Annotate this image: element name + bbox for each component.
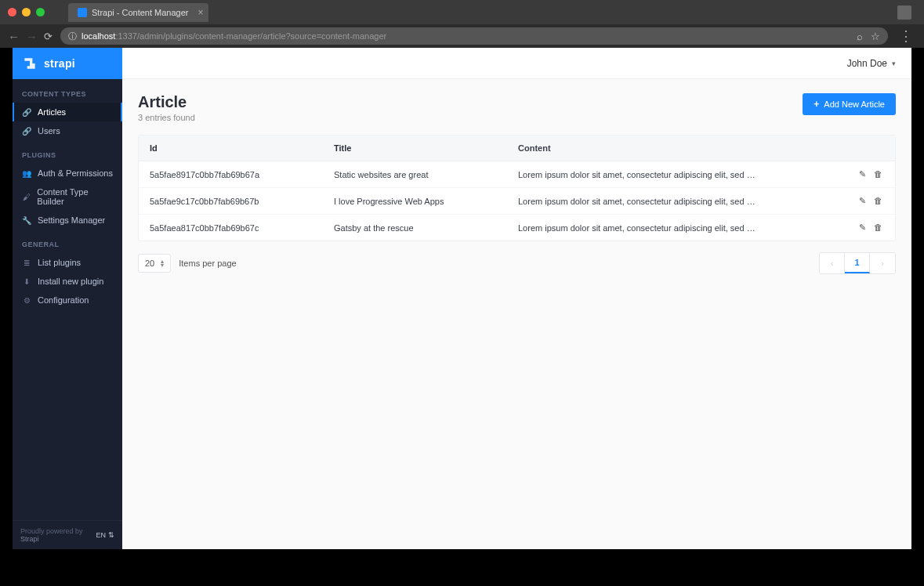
tab-title: Strapi - Content Manager: [92, 8, 189, 17]
cell-title: Static websites are great: [323, 162, 507, 187]
browser-chrome: Strapi - Content Manager × ← → ⟳ ⓘ local…: [0, 0, 924, 48]
browser-titlebar: Strapi - Content Manager ×: [0, 0, 924, 24]
caret-down-icon: ▾: [892, 60, 896, 67]
column-header-id[interactable]: Id: [139, 136, 323, 161]
browser-tab[interactable]: Strapi - Content Manager ×: [68, 3, 208, 22]
page-header: Article 3 entries found + Add New Articl…: [138, 93, 896, 122]
sidebar-item-label: Articles: [38, 107, 66, 117]
table-footer: 20 ▴▾ Items per page ‹ 1 ›: [138, 252, 896, 274]
sidebar-item-label: Configuration: [38, 295, 89, 305]
window-minimize-button[interactable]: [22, 8, 31, 16]
link-icon: 🔗: [22, 126, 31, 136]
delete-icon[interactable]: 🗑: [874, 222, 882, 233]
user-menu[interactable]: John Doe ▾: [847, 58, 896, 69]
browser-toolbar: ← → ⟳ ⓘ localhost:1337/admin/plugins/con…: [0, 24, 924, 48]
nav-forward-button[interactable]: →: [26, 30, 38, 43]
nav-back-button[interactable]: ←: [8, 30, 20, 43]
table-row[interactable]: 5a5fae9c17c0bb7fab69b67b I love Progress…: [139, 188, 895, 215]
logo-bar[interactable]: strapi: [13, 48, 122, 79]
sidebar-item-label: Auth & Permissions: [38, 168, 113, 178]
edit-icon[interactable]: ✎: [859, 196, 866, 206]
articles-table: Id Title Content 5a5fae8917c0bb7fab69b67…: [138, 135, 896, 241]
tab-close-icon[interactable]: ×: [198, 7, 204, 18]
main-area: John Doe ▾ Article 3 entries found + Add…: [122, 48, 911, 549]
sidebar-item-settings-manager[interactable]: 🔧 Settings Manager: [13, 211, 122, 230]
sidebar-item-label: List plugins: [38, 258, 81, 267]
users-icon: 👥: [22, 168, 31, 178]
edit-icon[interactable]: ✎: [859, 169, 866, 179]
sort-icon: ⇅: [108, 531, 114, 539]
sidebar: strapi Content Types 🔗 Articles 🔗 Users …: [13, 48, 122, 549]
cell-title: I love Progressive Web Apps: [323, 189, 507, 214]
pagination-page-1[interactable]: 1: [845, 253, 870, 273]
items-per-page-select[interactable]: 20 ▴▾: [138, 254, 171, 273]
browser-profile-icon[interactable]: [897, 5, 911, 20]
cell-id: 5a5fae8917c0bb7fab69b67a: [139, 162, 323, 187]
site-info-icon[interactable]: ⓘ: [68, 31, 77, 42]
sidebar-item-configuration[interactable]: ⚙ Configuration: [13, 291, 122, 309]
sidebar-item-label: Users: [38, 126, 60, 136]
page-title: Article: [138, 93, 195, 111]
strapi-logo-icon: [22, 56, 38, 71]
table-row[interactable]: 5a5faea817c0bb7fab69b67c Gatsby at the r…: [139, 215, 895, 241]
sidebar-item-list-plugins[interactable]: ≣ List plugins: [13, 253, 122, 272]
table-row[interactable]: 5a5fae8917c0bb7fab69b67a Static websites…: [139, 161, 895, 188]
sidebar-item-articles[interactable]: 🔗 Articles: [13, 103, 122, 121]
browser-menu-icon[interactable]: ⋮: [896, 27, 916, 45]
chevron-left-icon: ‹: [831, 259, 834, 268]
sidebar-item-install-plugin[interactable]: ⬇ Install new plugin: [13, 272, 122, 291]
sidebar-item-label: Settings Manager: [38, 215, 105, 225]
pagination: ‹ 1 ›: [819, 252, 896, 274]
sidebar-item-label: Content Type Builder: [37, 187, 113, 206]
chevron-right-icon: ›: [881, 259, 884, 268]
delete-icon[interactable]: 🗑: [874, 196, 882, 206]
sidebar-section-content-types: Content Types: [13, 79, 122, 103]
logo-text: strapi: [44, 57, 75, 70]
brush-icon: 🖌: [22, 192, 31, 201]
page-subtitle: 3 entries found: [138, 113, 195, 122]
address-bar[interactable]: ⓘ localhost:1337/admin/plugins/content-m…: [60, 27, 888, 45]
table-header: Id Title Content: [139, 136, 895, 161]
user-name: John Doe: [847, 58, 887, 69]
pagination-prev-button[interactable]: ‹: [820, 253, 845, 273]
nav-reload-button[interactable]: ⟳: [44, 31, 53, 42]
sidebar-item-users[interactable]: 🔗 Users: [13, 121, 122, 140]
add-new-article-button[interactable]: + Add New Article: [803, 93, 896, 115]
sidebar-footer: Proudly powered by Strapi EN ⇅: [13, 520, 122, 549]
wrench-icon: 🔧: [22, 215, 31, 225]
cell-id: 5a5faea817c0bb7fab69b67c: [139, 215, 323, 241]
gear-icon: ⚙: [22, 295, 31, 305]
list-icon: ≣: [22, 258, 31, 267]
select-caret-icon: ▴▾: [161, 259, 164, 267]
plus-icon: +: [813, 99, 819, 110]
topbar: John Doe ▾: [122, 48, 911, 79]
link-icon: 🔗: [22, 107, 31, 117]
delete-icon[interactable]: 🗑: [874, 169, 882, 179]
cell-content: Lorem ipsum dolor sit amet, consectetur …: [507, 215, 848, 241]
cell-title: Gatsby at the rescue: [323, 215, 507, 241]
window-controls: [8, 8, 45, 16]
language-selector[interactable]: EN ⇅: [96, 531, 114, 539]
column-header-content[interactable]: Content: [507, 136, 848, 161]
pagination-next-button[interactable]: ›: [870, 253, 895, 273]
sidebar-item-auth-permissions[interactable]: 👥 Auth & Permissions: [13, 164, 122, 183]
sidebar-section-plugins: Plugins: [13, 140, 122, 164]
powered-by-link[interactable]: Strapi: [20, 535, 39, 543]
cell-content: Lorem ipsum dolor sit amet, consectetur …: [507, 162, 848, 187]
bookmark-star-icon[interactable]: ☆: [871, 31, 880, 42]
column-header-title[interactable]: Title: [323, 136, 507, 161]
cell-content: Lorem ipsum dolor sit amet, consectetur …: [507, 189, 848, 214]
sidebar-item-content-type-builder[interactable]: 🖌 Content Type Builder: [13, 183, 122, 211]
per-page-label: Items per page: [179, 259, 236, 268]
edit-icon[interactable]: ✎: [859, 222, 866, 233]
powered-by-text: Proudly powered by: [20, 527, 83, 535]
add-button-label: Add New Article: [824, 99, 885, 109]
tab-favicon: [78, 8, 87, 17]
per-page-value: 20: [145, 259, 154, 268]
window-maximize-button[interactable]: [36, 8, 45, 16]
window-close-button[interactable]: [8, 8, 16, 16]
cell-id: 5a5fae9c17c0bb7fab69b67b: [139, 189, 323, 214]
sidebar-section-general: General: [13, 230, 122, 253]
url-text: localhost:1337/admin/plugins/content-man…: [82, 31, 852, 41]
key-icon[interactable]: ⌕: [857, 31, 863, 42]
